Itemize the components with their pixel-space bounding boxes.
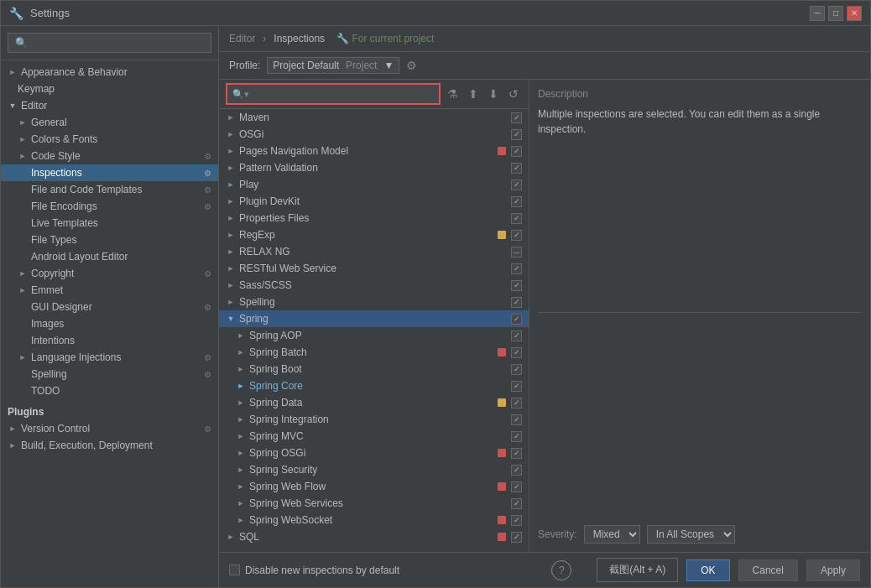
disable-checkbox[interactable]: [229, 565, 240, 575]
settings-window: 🔧 Settings ─ □ ✕ ► Appearance & Behavior: [0, 0, 871, 588]
sidebar-item-editor[interactable]: ▼ Editor: [1, 97, 218, 114]
sidebar-item-file-code-templates[interactable]: File and Code Templates ⚙: [1, 181, 218, 198]
sidebar-search-input[interactable]: [8, 33, 211, 53]
item-checkbox[interactable]: [511, 280, 522, 291]
list-item[interactable]: ► Spring OSGi: [219, 445, 529, 461]
sidebar-item-keymap[interactable]: Keymap: [1, 81, 218, 97]
sidebar-item-inspections[interactable]: Inspections ⚙: [1, 164, 218, 181]
list-item[interactable]: ► OSGi: [219, 126, 529, 143]
sidebar-item-file-encodings[interactable]: File Encodings ⚙: [1, 198, 218, 215]
item-checkbox[interactable]: [511, 481, 522, 492]
item-checkbox[interactable]: [511, 263, 522, 274]
item-checkbox[interactable]: [511, 112, 522, 123]
sidebar-item-plugins[interactable]: Plugins: [1, 399, 218, 420]
list-item[interactable]: ► Spelling: [219, 294, 529, 310]
arrow-icon: ►: [226, 164, 236, 172]
sidebar-item-copyright[interactable]: ► Copyright ⚙: [1, 265, 218, 282]
list-item[interactable]: ► Spring Integration: [219, 411, 529, 428]
arrow-icon: ►: [226, 180, 236, 189]
item-checkbox[interactable]: [511, 364, 522, 375]
collapse-all-button[interactable]: ⬇: [485, 86, 502, 102]
sidebar-item-spelling[interactable]: Spelling ⚙: [1, 366, 218, 382]
item-checkbox[interactable]: [511, 297, 522, 308]
item-checkbox[interactable]: [511, 213, 522, 224]
item-label: Pages Navigation Model: [239, 145, 494, 157]
list-item[interactable]: ► Spring Boot: [219, 361, 529, 377]
list-item[interactable]: ► Properties Files: [219, 210, 529, 226]
expand-all-button[interactable]: ⬆: [465, 86, 482, 102]
disable-label: Disable new inspections by default: [245, 565, 399, 576]
sidebar-item-lang-injections[interactable]: ► Language Injections ⚙: [1, 349, 218, 366]
item-checkbox[interactable]: [511, 431, 522, 442]
list-item[interactable]: ► RELAX NG: [219, 243, 529, 260]
item-checkbox[interactable]: [511, 129, 522, 140]
sidebar-item-live-templates[interactable]: Live Templates: [1, 215, 218, 232]
item-checkbox[interactable]: [511, 347, 522, 358]
list-item[interactable]: ► Spring Core: [219, 377, 529, 394]
item-checkbox[interactable]: [511, 146, 522, 157]
sidebar-item-android-layout[interactable]: Android Layout Editor: [1, 248, 218, 265]
sidebar-item-colors-fonts[interactable]: ► Colors & Fonts: [1, 131, 218, 148]
list-item[interactable]: ► RegExp: [219, 226, 529, 243]
item-checkbox[interactable]: [511, 330, 522, 341]
item-checkbox[interactable]: [511, 498, 522, 509]
sidebar-item-images[interactable]: Images: [1, 315, 218, 332]
item-checkbox[interactable]: [511, 230, 522, 241]
item-checkbox[interactable]: [511, 314, 522, 325]
list-item[interactable]: ► Spring Batch: [219, 344, 529, 361]
list-item[interactable]: ► SQL: [219, 528, 529, 545]
item-checkbox[interactable]: [511, 465, 522, 476]
item-checkbox[interactable]: [511, 515, 522, 526]
filter-button[interactable]: ⚗: [444, 86, 462, 102]
list-item[interactable]: ► Spring WebSocket: [219, 512, 529, 528]
list-item[interactable]: ► Pattern Validation: [219, 159, 529, 176]
item-checkbox[interactable]: [511, 381, 522, 392]
sidebar-item-todo[interactable]: TODO: [1, 382, 218, 399]
maximize-button[interactable]: □: [828, 6, 843, 21]
list-item[interactable]: ▼ Spring: [219, 310, 529, 327]
sidebar-item-version-control[interactable]: ► Version Control ⚙: [1, 420, 218, 437]
sidebar-item-general[interactable]: ► General: [1, 114, 218, 131]
ok-button[interactable]: OK: [686, 559, 729, 581]
sidebar-item-appearance[interactable]: ► Appearance & Behavior: [1, 64, 218, 81]
item-checkbox[interactable]: [511, 196, 522, 207]
item-checkbox[interactable]: [511, 448, 522, 459]
list-item[interactable]: ► Spring Security: [219, 461, 529, 478]
minimize-button[interactable]: ─: [810, 6, 825, 21]
list-item[interactable]: ► Plugin DevKit: [219, 193, 529, 210]
item-checkbox[interactable]: [511, 532, 522, 543]
item-checkbox[interactable]: [511, 180, 522, 190]
reset-button[interactable]: ↺: [505, 86, 522, 102]
list-item[interactable]: ► Maven: [219, 109, 529, 126]
severity-select[interactable]: Mixed: [584, 525, 640, 544]
gear-icon[interactable]: ⚙: [406, 59, 417, 72]
item-checkbox[interactable]: [511, 398, 522, 408]
list-item[interactable]: ► Sass/SCSS: [219, 277, 529, 294]
cancel-button[interactable]: Cancel: [738, 559, 798, 581]
list-item[interactable]: ► RESTful Web Service: [219, 260, 529, 277]
apply-button[interactable]: Apply: [806, 559, 860, 581]
list-item[interactable]: ► Spring AOP: [219, 327, 529, 344]
scope-select[interactable]: In All Scopes: [647, 525, 735, 544]
arrow-icon: ►: [236, 382, 246, 390]
list-item[interactable]: ► Spring Web Services: [219, 495, 529, 512]
sidebar-item-gui-designer[interactable]: GUI Designer ⚙: [1, 299, 218, 315]
item-checkbox[interactable]: [511, 163, 522, 174]
list-item[interactable]: ► Play: [219, 176, 529, 193]
sidebar-item-code-style[interactable]: ► Code Style ⚙: [1, 148, 218, 164]
sidebar-item-file-types[interactable]: File Types: [1, 232, 218, 248]
list-item[interactable]: ► Pages Navigation Model: [219, 143, 529, 159]
close-button[interactable]: ✕: [847, 6, 862, 21]
list-item[interactable]: ► Spring MVC: [219, 428, 529, 445]
item-checkbox[interactable]: [511, 247, 522, 258]
list-item[interactable]: ► Spring Data: [219, 394, 529, 411]
sidebar-item-intentions[interactable]: Intentions: [1, 332, 218, 349]
list-item[interactable]: ► Spring Web Flow: [219, 478, 529, 495]
inspections-search-input[interactable]: [253, 88, 434, 100]
profile-dropdown[interactable]: Project Default Project ▼: [267, 57, 399, 74]
help-button[interactable]: ?: [551, 560, 571, 580]
sidebar-item-emmet[interactable]: ► Emmet: [1, 282, 218, 299]
screenshot-button[interactable]: 截图(Alt + A): [597, 558, 678, 582]
item-checkbox[interactable]: [511, 414, 522, 425]
sidebar-item-build-exec[interactable]: ► Build, Execution, Deployment: [1, 437, 218, 454]
